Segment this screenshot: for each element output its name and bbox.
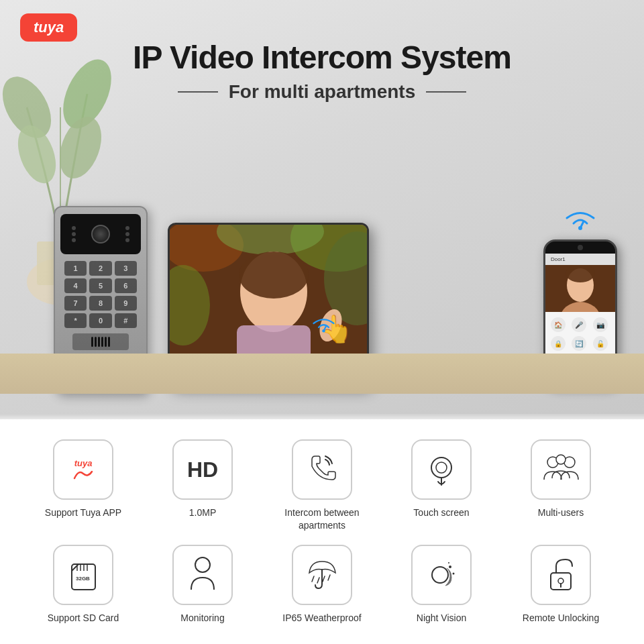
- tuya-badge-text: tuya: [34, 19, 64, 36]
- feature-weatherproof: IP65 Weatherproof: [275, 545, 369, 624]
- features-row-1: tuya Support Tuya APP HD 1.0MP: [27, 439, 617, 531]
- hd-icon-box: HD: [172, 439, 233, 500]
- remote-unlock-icon-box: [531, 545, 591, 605]
- key-6: 6: [115, 278, 137, 293]
- tuya-app-logo: tuya: [73, 458, 93, 482]
- touch-screen-icon: [425, 453, 458, 486]
- key-star: *: [64, 313, 87, 328]
- svg-point-27: [556, 455, 566, 464]
- touch-icon-box: [411, 439, 472, 500]
- wifi-signal-small: [309, 313, 339, 336]
- phone-camera-dot: [578, 245, 583, 250]
- sd-card-icon-box: 32GB: [53, 545, 113, 605]
- feature-touch: Touch screen: [394, 439, 488, 519]
- feature-weatherproof-label: IP65 Weatherproof: [282, 612, 361, 624]
- svg-text:32GB: 32GB: [76, 576, 90, 582]
- ir-dot: [125, 238, 129, 242]
- sd-card-icon: 32GB: [65, 556, 102, 593]
- svg-line-36: [317, 578, 319, 583]
- speaker-hole: [91, 337, 93, 347]
- phone-video-feed: [545, 265, 615, 312]
- night-vision-icon: [423, 556, 460, 593]
- intercom-icon-box: [292, 439, 352, 500]
- phone-controls: 🏠 🎤 📷 🔒 🔄 🔓: [545, 312, 615, 356]
- svg-point-17: [578, 226, 582, 230]
- tuya-logo-swoosh: [73, 468, 93, 482]
- phone-notch: [545, 241, 615, 254]
- key-7: 7: [64, 296, 87, 311]
- key-0: 0: [89, 313, 111, 328]
- feature-multi-users-label: Multi-users: [538, 506, 584, 519]
- tuya-logo-text: tuya: [74, 458, 93, 468]
- wifi-signal-icon: [560, 205, 600, 234]
- phone-btn-refresh: 🔄: [572, 336, 586, 351]
- phone-btn-home: 🏠: [551, 317, 566, 332]
- ir-dot: [125, 232, 129, 236]
- feature-touch-label: Touch screen: [413, 506, 469, 519]
- key-4: 4: [64, 278, 87, 293]
- feature-hd-label: 1.0MP: [189, 506, 216, 519]
- phone-btn-lock: 🔒: [551, 336, 566, 351]
- ir-dots-right: [125, 226, 129, 242]
- monitoring-person-icon: [186, 556, 219, 593]
- ir-dots-left: [72, 226, 76, 242]
- feature-remote-unlocking-label: Remote Unlocking: [523, 612, 599, 624]
- speaker-hole: [105, 337, 107, 347]
- key-1: 1: [64, 261, 87, 276]
- features-row-2: 32GB Support SD Card Monitoring: [27, 545, 617, 624]
- svg-point-24: [436, 462, 447, 473]
- svg-point-44: [558, 578, 564, 584]
- feature-monitoring: Monitoring: [156, 545, 250, 624]
- page-wrapper: tuya IP Video Intercom System For multi …: [0, 0, 644, 644]
- title-area: IP Video Intercom System For multi apart…: [0, 40, 644, 103]
- ir-dot: [72, 232, 76, 236]
- svg-point-34: [195, 557, 210, 572]
- feature-intercom-label: Intercom between apartments: [275, 506, 369, 531]
- section-divider: [0, 414, 644, 419]
- phone-header-bar: Door1: [545, 254, 615, 265]
- tuya-app-icon-box: tuya: [53, 439, 113, 500]
- ir-dot: [125, 226, 129, 230]
- monitoring-icon-box: [172, 545, 233, 605]
- ir-dot: [72, 226, 76, 230]
- speaker-hole: [98, 337, 100, 347]
- key-8: 8: [89, 296, 111, 311]
- phone-ring-icon: [305, 453, 339, 486]
- phone-btn-unlock: 🔓: [593, 336, 608, 351]
- tuya-brand-badge: tuya: [20, 13, 77, 42]
- feature-tuya-app: tuya Support Tuya APP: [36, 439, 130, 519]
- key-3: 3: [115, 261, 137, 276]
- camera-area: [60, 214, 141, 254]
- umbrella-icon: [304, 556, 341, 593]
- key-9: 9: [115, 296, 137, 311]
- top-section: tuya IP Video Intercom System For multi …: [0, 0, 644, 414]
- svg-point-14: [239, 252, 309, 299]
- feature-hd: HD 1.0MP: [156, 439, 250, 519]
- hd-text-icon: HD: [187, 458, 218, 482]
- keypad: 1 2 3 4 5 6 7 8 9 * 0 #: [64, 261, 137, 328]
- feature-night-vision-label: Night Vision: [417, 612, 466, 624]
- feature-sd-card-label: Support SD Card: [48, 612, 119, 624]
- svg-point-23: [431, 458, 451, 478]
- desk-surface: [0, 354, 644, 394]
- feature-night-vision: Night Vision: [394, 545, 488, 624]
- key-5: 5: [89, 278, 111, 293]
- phone-btn-mic: 🎤: [572, 317, 586, 332]
- features-section: tuya Support Tuya APP HD 1.0MP: [0, 419, 644, 644]
- ir-dot: [72, 238, 76, 242]
- speaker-hole: [101, 337, 103, 347]
- multi-users-icon-box: [531, 439, 591, 500]
- svg-point-4: [11, 120, 63, 189]
- multi-users-icon: [543, 453, 580, 486]
- main-title: IP Video Intercom System: [0, 40, 644, 76]
- svg-point-22: [322, 329, 325, 333]
- svg-line-35: [312, 576, 314, 582]
- svg-point-39: [432, 567, 448, 583]
- speaker-hole: [95, 337, 97, 347]
- feature-sd-card: 32GB Support SD Card: [36, 545, 130, 624]
- feature-remote-unlocking: Remote Unlocking: [514, 545, 608, 624]
- night-vision-icon-box: [411, 545, 472, 605]
- feature-multi-users: Multi-users: [514, 439, 608, 519]
- speaker-grille: [72, 333, 129, 350]
- products-area: 1 2 3 4 5 6 7 8 9 * 0 #: [54, 179, 617, 394]
